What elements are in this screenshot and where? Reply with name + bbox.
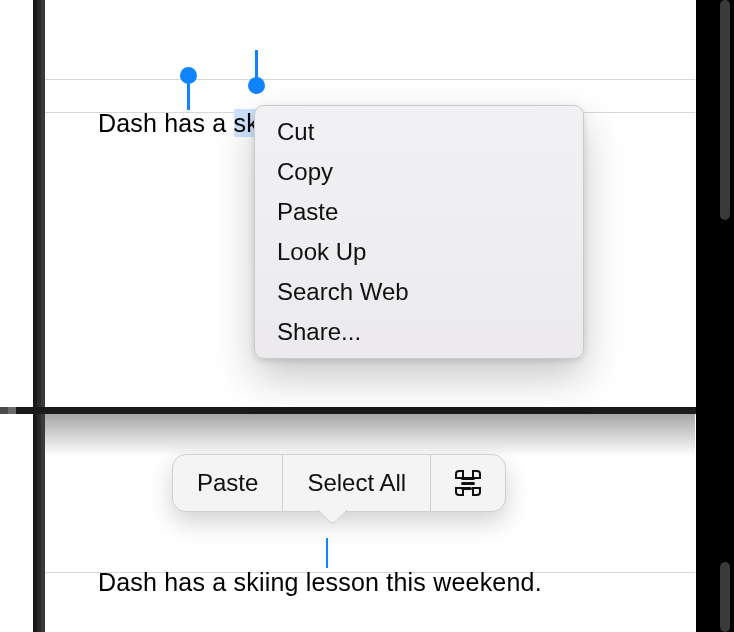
- context-menu-look-up[interactable]: Look Up: [255, 232, 583, 272]
- context-menu-cut[interactable]: Cut: [255, 112, 583, 152]
- text-before-selection: Dash has a: [98, 109, 234, 137]
- callout-paste[interactable]: Paste: [173, 455, 282, 511]
- bottom-screenshot-pane: Paste Select All Dash has a skiing lesso…: [0, 414, 734, 632]
- callout-select-all[interactable]: Select All: [283, 455, 430, 511]
- top-screenshot-pane: Dash has a skiing lesson this weekend. C…: [0, 0, 734, 407]
- context-menu-copy[interactable]: Copy: [255, 152, 583, 192]
- text-caret[interactable]: [326, 538, 328, 568]
- context-menu: Cut Copy Paste Look Up Search Web Share.…: [254, 105, 584, 359]
- callout-scan-text[interactable]: [431, 455, 505, 511]
- sentence-bottom[interactable]: Dash has a skiing lesson this weekend.: [55, 539, 542, 626]
- scrollbar-hint-top: [720, 0, 730, 220]
- text-before-caret: Dash has a skiing lesso: [98, 568, 365, 596]
- context-menu-paste[interactable]: Paste: [255, 192, 583, 232]
- text-after-caret: n this weekend.: [365, 568, 542, 596]
- scan-text-icon: [455, 470, 481, 496]
- scrollbar-hint-bottom: [720, 562, 730, 632]
- edit-callout: Paste Select All: [172, 454, 506, 512]
- context-menu-search-web[interactable]: Search Web: [255, 272, 583, 312]
- context-menu-share[interactable]: Share...: [255, 312, 583, 352]
